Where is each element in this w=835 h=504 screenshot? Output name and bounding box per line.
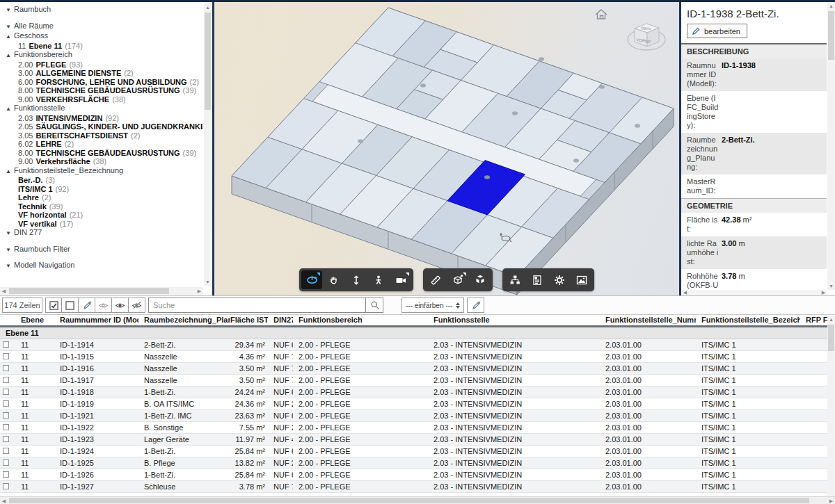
table-row[interactable]: 11ID-1-1915Nasszelle4.36 m²NUF 72.00 - P…	[0, 351, 835, 363]
tree-item[interactable]: Technik(39)	[0, 202, 202, 211]
scroll-thumb[interactable]	[205, 13, 211, 110]
expand-icon[interactable]: ▼	[6, 6, 14, 15]
row-checkbox[interactable]	[3, 460, 9, 466]
scroll-thumb[interactable]	[9, 288, 169, 294]
explode-button[interactable]	[470, 270, 491, 289]
expand-icon[interactable]: ▼	[6, 246, 14, 255]
collapse-icon[interactable]: ▲	[6, 168, 14, 177]
column-header[interactable]: Raumbezeichnung_Planung	[138, 315, 230, 325]
tree-item[interactable]: 9.00Verkehrsfläche(38)	[0, 157, 202, 166]
tree-item[interactable]: Ber.-D.(3)	[0, 176, 202, 185]
table-row[interactable]: 11ID-1-1919B. OA ITS/IMC24.36 m²NUF 22.0…	[0, 398, 835, 410]
row-checkbox[interactable]	[3, 400, 9, 407]
settings-button[interactable]	[549, 270, 570, 289]
row-checkbox[interactable]	[3, 448, 9, 454]
column-header[interactable]: Funktionsteilstelle_Bezeichnung	[696, 315, 800, 325]
row-checkbox[interactable]	[3, 483, 9, 489]
table-row[interactable]: 11ID-1-1917Nasszelle3.50 m²NUF 72.00 - P…	[0, 375, 835, 387]
scroll-up-icon[interactable]: ▲	[827, 316, 835, 323]
deselect-all-button[interactable]	[62, 298, 79, 313]
model-viewport[interactable]: OBEN VORNE	[214, 2, 679, 295]
colorize-dropdown[interactable]: --- einfärben ---	[401, 298, 464, 313]
tree-group[interactable]: ▼Raumbuch Filter	[0, 245, 202, 255]
tree-item[interactable]: 2.05SÄUGLINGS-, KINDER- UND JUGENDKRANKE…	[0, 122, 202, 131]
panel-vertical-scrollbar[interactable]: ▲ ▼	[827, 2, 835, 290]
row-checkbox[interactable]	[3, 353, 9, 359]
tree-item[interactable]: Lehre(2)	[0, 193, 202, 202]
scroll-right-icon[interactable]: ▶	[827, 497, 835, 504]
scroll-thumb[interactable]	[828, 325, 834, 351]
table-row[interactable]: 11ID-1-19142-Bett-Zi.29.34 m²NUF 62.00 -…	[0, 339, 835, 351]
tree-group[interactable]: ▲Funktionsbereich	[0, 50, 202, 60]
search-button[interactable]	[365, 298, 383, 313]
row-checkbox[interactable]	[3, 412, 9, 418]
tree-item[interactable]: 3.05BEREITSCHAFTSDIENST(2)	[0, 131, 202, 140]
row-checkbox[interactable]	[3, 436, 9, 442]
table-row[interactable]: 11ID-1-19261-Bett-Zi.25.84 m²NUF 62.00 -…	[0, 469, 835, 481]
show-selected-button[interactable]	[112, 298, 129, 313]
scroll-left-icon[interactable]: ◀	[681, 290, 689, 295]
tree-item[interactable]: VF vertikal(17)	[0, 220, 202, 229]
tree-item[interactable]: 2.00PFLEGE(93)	[0, 60, 202, 70]
visibility-all-button[interactable]	[95, 298, 112, 313]
table-row[interactable]: 11ID-1-19241-Bett-Zi.25.84 m²NUF 62.00 -…	[0, 446, 835, 457]
scroll-up-icon[interactable]: ▲	[827, 2, 835, 10]
properties-button[interactable]	[527, 270, 548, 289]
tree-item[interactable]: 9.00VERKEHRSFLÄCHE(38)	[0, 95, 202, 104]
table-row[interactable]: 11ID-1-1927Schleuse3.78 m²NUF 72.00 - PF…	[0, 481, 835, 493]
expand-icon[interactable]: ▼	[6, 23, 14, 32]
row-checkbox[interactable]	[3, 389, 9, 395]
scroll-left-icon[interactable]: ◀	[0, 287, 8, 295]
scroll-thumb[interactable]	[9, 498, 809, 503]
tree-item[interactable]: 8.00TECHNISCHE GEBÄUDEAUSRÜSTUNG(39)	[0, 86, 202, 95]
tree-group[interactable]: ▼Raumbuch	[0, 5, 202, 15]
sidebar-horizontal-scrollbar[interactable]: ◀ ▶	[0, 287, 203, 295]
tree-item[interactable]: VF horizontal(21)	[0, 211, 202, 220]
scroll-right-icon[interactable]: ▶	[196, 287, 203, 295]
camera-views-button[interactable]	[390, 270, 411, 289]
column-header[interactable]: Funktionsstelle	[428, 315, 600, 325]
scroll-right-icon[interactable]: ▶	[820, 290, 827, 295]
tree-group[interactable]: ▲Funktionsteilstelle_Bezeichnung	[0, 166, 202, 177]
row-checkbox[interactable]	[3, 341, 9, 348]
snapshot-button[interactable]	[571, 270, 592, 289]
row-checkbox[interactable]	[3, 424, 9, 430]
tree-item[interactable]: 6.00FORSCHUNG, LEHRE UND AUSBILDUNG(2)	[0, 78, 202, 87]
group-row[interactable]: Ebene 11	[0, 327, 835, 339]
model-tree-button[interactable]	[504, 270, 525, 289]
column-header[interactable]: Raumnummer ID (Modell)	[54, 315, 138, 325]
search-input[interactable]	[148, 298, 383, 313]
tree-group[interactable]: ▲Geschoss	[0, 31, 202, 42]
colorize-edit-button[interactable]	[467, 298, 484, 313]
collapse-icon[interactable]: ▲	[6, 105, 14, 114]
tree-group[interactable]: ▼Modell Navigation	[0, 261, 202, 271]
edit-rows-button[interactable]	[79, 298, 95, 313]
scroll-thumb[interactable]	[828, 11, 834, 60]
section-button[interactable]	[447, 270, 468, 289]
column-header[interactable]: Ebene	[15, 315, 54, 325]
table-row[interactable]: 11ID-1-1922B. Sonstige7.55 m²NUF 22.00 -…	[0, 422, 835, 434]
collapse-icon[interactable]: ▲	[6, 51, 14, 60]
table-row[interactable]: 11ID-1-1923Lager Geräte11.97 m²NUF 42.00…	[0, 434, 835, 446]
tree-item[interactable]: 6.02LEHRE(2)	[0, 140, 202, 149]
row-checkbox[interactable]	[3, 471, 9, 478]
column-header[interactable]: Funktionsteilstelle_Nummer	[600, 315, 696, 325]
scroll-left-icon[interactable]: ◀	[0, 497, 8, 504]
tree-group[interactable]: ▼Alle Räume	[0, 22, 202, 32]
column-header[interactable]: DIN277	[268, 315, 293, 325]
panel-horizontal-scrollbar[interactable]: ◀ ▶	[681, 290, 827, 295]
walk-button[interactable]	[368, 270, 389, 289]
measure-button[interactable]	[425, 270, 446, 289]
tree-group[interactable]: ▼DIN 277	[0, 228, 202, 238]
table-row[interactable]: 11ID-1-19181-Bett-Zi.24.24 m²NUF 62.00 -…	[0, 387, 835, 398]
column-header[interactable]: Fläche IST	[230, 315, 268, 325]
table-row[interactable]: 11ID-1-1925B. Pflege13.82 m²NUF 22.00 - …	[0, 457, 835, 469]
expand-icon[interactable]: ▼	[6, 229, 14, 238]
row-checkbox[interactable]	[3, 365, 9, 371]
column-header[interactable]: Funktionsbereich	[293, 315, 428, 325]
tree-item[interactable]: ITS/IMC 1(92)	[0, 185, 202, 194]
zoom-button[interactable]	[346, 270, 367, 289]
edit-button[interactable]: bearbeiten	[687, 24, 747, 38]
scroll-down-icon[interactable]: ▼	[204, 278, 212, 286]
table-horizontal-scrollbar[interactable]: ◀ ▶	[0, 496, 835, 504]
